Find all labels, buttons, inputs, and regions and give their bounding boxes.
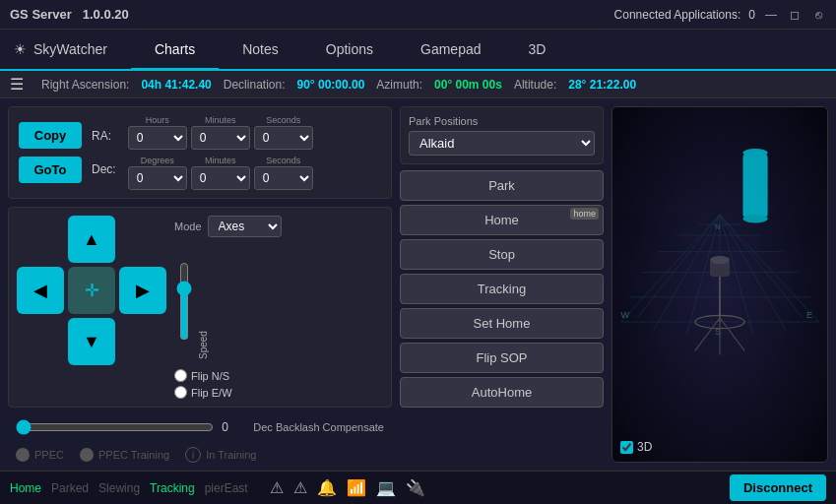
joy-up-button[interactable]: ▲ (68, 216, 115, 263)
status-parked[interactable]: Parked (51, 481, 89, 495)
svg-line-13 (637, 215, 720, 318)
speed-slider-wrap (174, 243, 194, 359)
dec-minutes-input[interactable]: 0 (191, 166, 250, 190)
ra-hours-input[interactable]: 0 (128, 126, 187, 150)
dec-degrees-group: Degrees 0 (128, 156, 187, 190)
status-slewing[interactable]: Slewing (98, 481, 140, 495)
az-value: 00° 00m 00s (434, 78, 502, 92)
joy-center-button[interactable]: ✛ (68, 267, 115, 314)
ra-hours-label: Hours (146, 115, 169, 125)
skywatcher-icon: ☀ (10, 39, 30, 59)
bell-icon[interactable]: 🔔 (317, 478, 337, 497)
dec-degrees-label: Degrees (141, 156, 174, 165)
ppec-dot (16, 448, 30, 462)
svg-line-14 (720, 215, 803, 318)
dec-input-row: Degrees 0 Minutes 0 Seconds (128, 156, 313, 190)
svg-point-25 (742, 149, 767, 157)
status-piereast[interactable]: pierEast (205, 481, 248, 495)
dec-minutes-label: Minutes (205, 156, 236, 165)
dec-seconds-group: Seconds 0 (254, 156, 313, 190)
park-box: Park Positions Alkaid Home Zenith Custom (400, 106, 604, 164)
tab-charts-label: Charts (155, 41, 195, 57)
flip-ew-radio[interactable] (174, 386, 187, 399)
svg-text:W: W (620, 310, 629, 320)
joy-right-button[interactable]: ▶ (119, 267, 166, 314)
dec-degrees-input[interactable]: 0 (128, 166, 187, 190)
statusbar: ☰ Right Ascension: 04h 41:42.40 Declinat… (0, 71, 836, 98)
ctrl-buttons: Park Home home Stop Tracking Set Home Fl… (400, 170, 604, 408)
minimize-button[interactable]: — (763, 7, 779, 23)
speed-label: Speed (198, 243, 209, 359)
joy-left-button[interactable]: ◀ (17, 267, 64, 314)
monitor-icon[interactable]: 💻 (376, 478, 396, 497)
park-button[interactable]: Park (400, 170, 604, 201)
ra-minutes-group: Minutes 0 (191, 115, 250, 150)
app-title: GS Server 1.0.0.20 (10, 7, 129, 22)
backlash-value: 0 (222, 420, 245, 434)
goto-button[interactable]: GoTo (19, 157, 82, 183)
flip-ns-radio[interactable] (174, 369, 187, 382)
ra-coord-label: RA: (92, 125, 116, 147)
viewer-3d-checkbox-row[interactable]: 3D (620, 440, 652, 454)
dec-label: Declination: (224, 78, 286, 92)
radio-icon[interactable]: 📶 (347, 478, 366, 497)
navbar: ☀ SkyWatcher Charts Notes Options Gamepa… (0, 30, 836, 71)
ra-seconds-input[interactable]: 0 (254, 126, 313, 150)
ra-value: 04h 41:42.40 (141, 78, 211, 92)
tab-gamepad[interactable]: Gamepad (397, 30, 504, 71)
restore-button[interactable]: ◻ (787, 7, 803, 23)
home-button[interactable]: Home home (400, 205, 604, 235)
flip-ew-row[interactable]: Flip E/W (174, 386, 282, 399)
ra-input-row: Hours 0 Minutes 0 Seconds (128, 115, 313, 150)
app-name: GS Server (10, 7, 72, 22)
park-select[interactable]: Alkaid Home Zenith Custom (409, 131, 595, 156)
status-tracking[interactable]: Tracking (150, 481, 195, 495)
az-label: Azimuth: (376, 78, 422, 92)
info-icon: i (185, 447, 201, 463)
autohome-button[interactable]: AutoHome (400, 377, 604, 408)
joy-down-button[interactable]: ▼ (68, 318, 115, 365)
coord-box: Copy GoTo RA: Dec: Hours 0 Minute (8, 106, 392, 199)
alert-icon[interactable]: ⚠ (293, 478, 307, 497)
speed-slider[interactable] (174, 262, 194, 341)
ppec-training-item: PPEC Training (80, 448, 169, 462)
joy-empty-bl (17, 318, 64, 365)
tab-options[interactable]: Options (302, 30, 397, 71)
titlebar: GS Server 1.0.0.20 Connected Application… (0, 0, 836, 30)
ppec-training-dot (80, 448, 94, 462)
connected-label: Connected Applications: (614, 8, 741, 22)
tab-options-label: Options (326, 41, 373, 57)
tab-charts[interactable]: Charts (131, 30, 219, 71)
usb-icon[interactable]: 🔌 (406, 478, 425, 497)
backlash-slider[interactable] (16, 419, 214, 435)
tab-skywatcher[interactable]: ☀ SkyWatcher (0, 30, 131, 71)
dec-seconds-input[interactable]: 0 (254, 166, 313, 190)
flip-ew-label: Flip E/W (191, 387, 232, 399)
tracking-button[interactable]: Tracking (400, 274, 604, 304)
joy-empty-tr (119, 216, 166, 263)
mode-select[interactable]: Axes Ra/Dec AltAz (208, 216, 282, 237)
viewer-3d-checkbox[interactable] (620, 441, 633, 454)
set-home-button[interactable]: Set Home (400, 308, 604, 339)
dec-value: 90° 00:00.00 (296, 78, 364, 92)
flip-sop-button[interactable]: Flip SOP (400, 343, 604, 373)
ra-minutes-input[interactable]: 0 (191, 126, 250, 150)
svg-text:E: E (806, 310, 812, 320)
copy-button[interactable]: Copy (19, 122, 82, 149)
close-button[interactable]: ⎋ (810, 7, 826, 23)
flip-sop-button-label: Flip SOP (476, 350, 527, 365)
stop-button[interactable]: Stop (400, 239, 604, 270)
disconnect-button[interactable]: Disconnect (730, 474, 826, 501)
joy-empty-br (119, 318, 166, 365)
tab-3d[interactable]: 3D (505, 30, 570, 71)
menu-icon[interactable]: ☰ (10, 75, 24, 94)
tracking-button-label: Tracking (478, 282, 526, 296)
flip-ns-row[interactable]: Flip N/S (174, 369, 282, 382)
warning-icon[interactable]: ⚠ (270, 478, 284, 497)
tab-3d-label: 3D (529, 41, 547, 57)
tab-notes[interactable]: Notes (219, 30, 302, 71)
svg-point-26 (742, 215, 767, 222)
ra-label: Right Ascension: (41, 78, 129, 92)
park-button-label: Park (488, 178, 515, 193)
status-home[interactable]: Home (10, 481, 41, 495)
